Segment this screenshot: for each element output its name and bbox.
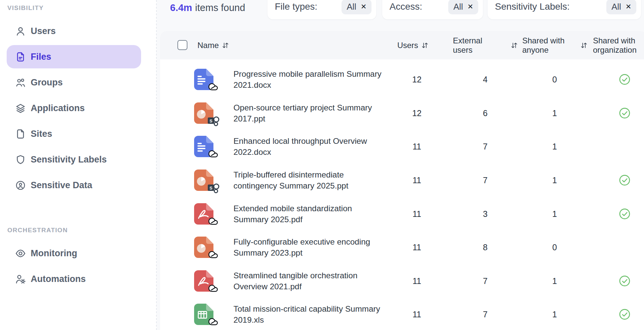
shared-with-organization-check-icon: [619, 73, 631, 85]
column-header-shared-with-anyone[interactable]: Shared with anyone: [522, 36, 572, 55]
shared-with-organization-cell: [608, 107, 641, 119]
remove-filter-icon[interactable]: ✕: [625, 3, 631, 11]
sidebar-item-label: Sites: [31, 129, 52, 139]
remove-filter-icon[interactable]: ✕: [467, 3, 473, 11]
external-users-count: 7: [469, 142, 502, 151]
filter-label: File types:: [275, 1, 317, 12]
filter-chip[interactable]: All ✕: [448, 0, 478, 14]
external-users-count: 7: [469, 276, 502, 286]
column-header-external-users[interactable]: External users: [453, 36, 490, 55]
items-found-count: 6.4m: [170, 2, 192, 13]
filter-label: Access:: [390, 1, 422, 12]
sidebar-item-label: Users: [31, 26, 56, 36]
remove-filter-icon[interactable]: ✕: [361, 3, 367, 11]
file-type-icon: [194, 304, 213, 325]
eye-icon: [15, 248, 26, 259]
external-users-count: 4: [469, 75, 502, 84]
file-type-icon: [194, 136, 213, 157]
users-count: 11: [400, 310, 434, 319]
sidebar-item-sensitivity-labels[interactable]: Sensitivity Labels: [7, 148, 141, 171]
external-users-count: 6: [469, 108, 502, 118]
sidebar-item-files[interactable]: Files: [7, 45, 141, 68]
users-count: 11: [400, 276, 434, 286]
sidebar-item-sensitive-data[interactable]: Sensitive Data: [7, 174, 141, 197]
file-type-icon: [194, 102, 213, 124]
file-type-icon: [194, 170, 213, 191]
shared-with-anyone-count: 1: [538, 142, 571, 151]
sharepoint-badge-icon: [207, 183, 220, 194]
table-row[interactable]: Fully-configurable executive encoding Su…: [160, 231, 644, 264]
shared-with-anyone-count: 1: [538, 176, 571, 185]
users-count: 11: [400, 243, 434, 252]
users-count: 11: [400, 142, 434, 151]
table-row[interactable]: Enhanced local throughput Overview 2022.…: [160, 130, 644, 163]
app-root: VISIBILITY Users Files Groups Applicatio…: [0, 0, 644, 330]
filter-group-access-: Access: All ✕: [382, 0, 483, 19]
sidebar-item-applications[interactable]: Applications: [7, 96, 141, 120]
onedrive-badge-icon: [207, 82, 219, 91]
file-name: Streamlined tangible orchestration Overv…: [233, 270, 382, 292]
column-header-shared-with-organization[interactable]: Shared with organization: [593, 36, 644, 55]
file-name: Open-source tertiary project Summary 201…: [233, 102, 382, 124]
onedrive-badge-icon: [207, 284, 219, 293]
onedrive-badge-icon: [207, 250, 219, 259]
shared-with-organization-cell: [608, 275, 641, 287]
sidebar-section: ORCHESTRATION Monitoring Automations: [0, 226, 156, 291]
user-gear-icon: [15, 274, 26, 285]
external-users-count: 8: [469, 243, 502, 252]
users-count: 11: [400, 209, 434, 219]
sort-icon[interactable]: [222, 42, 229, 49]
table-header: Name Users External users Shared with an…: [160, 31, 644, 59]
sidebar-item-sites[interactable]: Sites: [7, 122, 141, 145]
sidebar-item-monitoring[interactable]: Monitoring: [7, 242, 141, 265]
sidebar-item-users[interactable]: Users: [7, 19, 141, 43]
table-row[interactable]: Open-source tertiary project Summary 201…: [160, 96, 644, 130]
sort-icon[interactable]: [421, 42, 429, 49]
shared-with-anyone-count: 1: [538, 310, 571, 319]
file-name: Total mission-critical capability Summar…: [233, 303, 382, 325]
sidebar-item-label: Files: [31, 52, 51, 62]
filter-chip[interactable]: All ✕: [342, 0, 372, 14]
table-row[interactable]: Streamlined tangible orchestration Overv…: [160, 264, 644, 298]
sidebar-item-automations[interactable]: Automations: [7, 267, 141, 291]
shared-with-anyone-count: 0: [538, 243, 571, 252]
sidebar-item-groups[interactable]: Groups: [7, 71, 141, 94]
file-name: Enhanced local throughput Overview 2022.…: [233, 135, 382, 157]
select-all-checkbox[interactable]: [177, 40, 187, 50]
person-badge-icon: [15, 180, 26, 191]
file-name: Fully-configurable executive encoding Su…: [233, 236, 382, 258]
shared-with-organization-cell: [608, 308, 641, 320]
shared-with-anyone-count: 0: [538, 75, 571, 84]
table-row[interactable]: Progressive mobile parallelism Summary 2…: [160, 63, 644, 96]
sidebar-item-label: Monitoring: [31, 248, 77, 259]
shared-with-organization-check-icon: [619, 275, 631, 287]
users-count: 12: [400, 75, 434, 84]
table-row[interactable]: Triple-buffered disintermediate continge…: [160, 163, 644, 197]
filter-group-file-types-: File types: All ✕: [267, 0, 376, 19]
main-content: 6.4m items found File types: All ✕ Acces…: [157, 0, 644, 330]
items-found-label: items found: [195, 2, 245, 13]
table-row[interactable]: Total mission-critical capability Summar…: [160, 298, 644, 330]
file-type-icon: [194, 69, 213, 90]
onedrive-badge-icon: [207, 149, 219, 158]
sidebar-section-label: ORCHESTRATION: [0, 226, 156, 234]
sort-icon[interactable]: [580, 42, 588, 49]
page-icon: [15, 128, 26, 139]
onedrive-badge-icon: [207, 317, 219, 326]
onedrive-badge-icon: [207, 217, 219, 226]
external-users-count: 3: [469, 209, 502, 219]
sharepoint-badge-icon: [207, 115, 220, 126]
file-name: Extended mobile standardization Summary …: [233, 203, 382, 225]
sort-icon[interactable]: [511, 42, 518, 49]
column-header-users[interactable]: Users: [396, 31, 430, 59]
shared-with-organization-check-icon: [619, 107, 631, 119]
items-found: 6.4m items found: [170, 0, 245, 15]
column-header-name[interactable]: Name: [197, 31, 229, 59]
file-name: Triple-buffered disintermediate continge…: [233, 169, 382, 191]
filter-value: All: [347, 2, 356, 12]
filter-chip[interactable]: All ✕: [606, 0, 636, 14]
table-body: Progressive mobile parallelism Summary 2…: [160, 59, 644, 330]
sidebar-nav-list: Users Files Groups Applications Sites Se…: [0, 19, 156, 197]
table-row[interactable]: Extended mobile standardization Summary …: [160, 197, 644, 231]
file-type-icon: [194, 270, 213, 292]
